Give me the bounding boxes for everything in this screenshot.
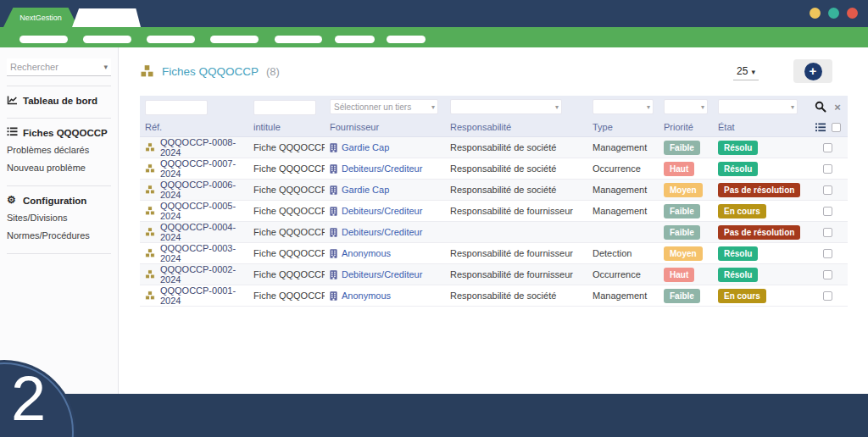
- page-size-select[interactable]: 25▾: [733, 64, 759, 80]
- table-row[interactable]: QQQOCCP-0004-2024 Fiche QQQOCCP Debiteur…: [140, 222, 848, 243]
- sidebar-item-sites-divisions[interactable]: Sites/Divisions: [0, 208, 118, 226]
- row-checkbox[interactable]: [823, 143, 832, 152]
- search-icon[interactable]: [815, 101, 826, 113]
- nav-pill[interactable]: [210, 36, 259, 43]
- nav-pill[interactable]: [19, 36, 68, 43]
- ref-link[interactable]: QQQOCCP-0008-2024: [160, 137, 248, 158]
- nav-pill[interactable]: [275, 36, 322, 43]
- sidebar-section-tableau-de-bord[interactable]: Tableau de bord: [0, 86, 118, 108]
- row-checkbox[interactable]: [823, 228, 832, 237]
- priorite-filter-select[interactable]: ▾: [664, 99, 708, 114]
- fournisseur-link[interactable]: Debiteurs/Crediteur: [342, 163, 422, 174]
- dot-red[interactable]: [847, 8, 858, 19]
- sidebar-item-probl-mes-d-clar-s[interactable]: Problèmes déclarés: [0, 141, 118, 158]
- nav-pill[interactable]: [147, 36, 195, 43]
- sidebar-section-fiches-qqqoccp[interactable]: Fiches QQQOCCP: [0, 119, 118, 141]
- sidebar-item-nouveau-probl-me[interactable]: Nouveau problème: [0, 158, 118, 176]
- dot-teal[interactable]: [828, 8, 839, 19]
- column-header[interactable]: Responsabilité: [445, 122, 587, 132]
- ref-link[interactable]: QQQOCCP-0003-2024: [160, 243, 248, 263]
- row-checkbox[interactable]: [823, 164, 832, 174]
- secondary-tab[interactable]: [72, 8, 141, 27]
- row-checkbox[interactable]: [823, 207, 832, 216]
- table-row[interactable]: QQQOCCP-0008-2024 Fiche QQQOCCP Gardie C…: [140, 137, 848, 158]
- ref-link[interactable]: QQQOCCP-0002-2024: [160, 264, 248, 285]
- fournisseur-link[interactable]: Debiteurs/Crediteur: [342, 227, 422, 237]
- intitule-cell: Fiche QQQOCCP: [248, 206, 325, 216]
- search-select[interactable]: Rechercher ▾: [7, 58, 111, 76]
- chevron-down-icon: ▾: [555, 103, 559, 111]
- fournisseur-link[interactable]: Gardie Cap: [342, 185, 389, 195]
- ref-link[interactable]: QQQOCCP-0005-2024: [160, 201, 248, 221]
- select-all-checkbox[interactable]: [832, 123, 841, 132]
- row-checkbox[interactable]: [823, 291, 832, 301]
- table-row[interactable]: QQQOCCP-0006-2024 Fiche QQQOCCP Gardie C…: [140, 180, 848, 201]
- ref-link[interactable]: QQQOCCP-0007-2024: [160, 158, 248, 179]
- table-row[interactable]: QQQOCCP-0005-2024 Fiche QQQOCCP Debiteur…: [140, 201, 848, 222]
- row-checkbox[interactable]: [823, 249, 832, 258]
- row-select-cell: [808, 270, 848, 279]
- sidebar-section-label: Fiches QQQOCCP: [23, 128, 108, 138]
- responsabilite-cell: Responsabilité de société: [445, 163, 587, 174]
- nav-pill[interactable]: [387, 36, 426, 43]
- type-filter-select[interactable]: ▾: [593, 99, 654, 114]
- ref-cell: QQQOCCP-0002-2024: [140, 264, 248, 285]
- etat-cell: Résolu: [713, 246, 808, 261]
- list-columns-icon[interactable]: [815, 123, 826, 132]
- nav-pill[interactable]: [335, 36, 375, 43]
- filter-actions: ×: [808, 101, 848, 113]
- nav-pill[interactable]: [83, 36, 131, 43]
- table-row[interactable]: QQQOCCP-0002-2024 Fiche QQQOCCP Debiteur…: [140, 264, 848, 285]
- building-icon: [330, 207, 337, 216]
- ref-link[interactable]: QQQOCCP-0004-2024: [160, 222, 248, 242]
- add-record-button[interactable]: +: [793, 59, 832, 83]
- sidebar-section-configuration[interactable]: ⚙Configuration: [0, 186, 118, 208]
- main-navbar: [0, 27, 868, 47]
- column-header[interactable]: Réf.: [140, 122, 248, 132]
- filter-cell-intitule: [248, 98, 325, 115]
- fournisseur-link[interactable]: Gardie Cap: [342, 142, 389, 152]
- table-row[interactable]: QQQOCCP-0001-2024 Fiche QQQOCCP Anonymou…: [140, 285, 848, 307]
- ref-link[interactable]: QQQOCCP-0006-2024: [160, 180, 248, 200]
- building-icon: [330, 143, 337, 152]
- ref-link[interactable]: QQQOCCP-0001-2024: [160, 285, 248, 306]
- column-header[interactable]: Priorité: [659, 122, 713, 132]
- column-header[interactable]: Type: [587, 122, 659, 132]
- priorite-cell: Moyen: [659, 183, 713, 197]
- fournisseur-link[interactable]: Anonymous: [342, 290, 391, 301]
- row-select-cell: [808, 249, 848, 258]
- fournisseur-link[interactable]: Anonymous: [342, 248, 391, 258]
- building-icon: [330, 249, 337, 258]
- row-checkbox[interactable]: [823, 270, 832, 279]
- sidebar-item-normes-proc-dures[interactable]: Normes/Procédures: [0, 226, 118, 244]
- etat-filter-select[interactable]: ▾: [718, 99, 798, 114]
- intitule-filter-input[interactable]: [253, 100, 316, 115]
- intitule-cell: Fiche QQQOCCP: [248, 248, 325, 258]
- responsabilite-filter-select[interactable]: ▾: [450, 99, 562, 114]
- column-header[interactable]: État: [713, 122, 808, 132]
- row-checkbox[interactable]: [823, 185, 832, 195]
- table-row[interactable]: QQQOCCP-0007-2024 Fiche QQQOCCP Debiteur…: [140, 158, 848, 180]
- cubes-icon: [145, 227, 155, 237]
- tiers-filter-select[interactable]: Sélectionner un tiers ▾: [330, 99, 438, 114]
- fournisseur-link[interactable]: Debiteurs/Crediteur: [342, 269, 422, 279]
- status-badge: Pas de résolution: [718, 183, 800, 197]
- priority-badge: Faible: [664, 289, 700, 303]
- chevron-down-icon: ▾: [431, 103, 435, 111]
- column-header[interactable]: Fournisseur: [325, 122, 445, 132]
- ref-cell: QQQOCCP-0003-2024: [140, 243, 248, 263]
- main-content: Fiches QQQOCCP (8) 25▾ + Sélectionner un…: [120, 47, 868, 394]
- ref-filter-input[interactable]: [145, 100, 208, 115]
- fournisseur-link[interactable]: Debiteurs/Crediteur: [342, 206, 422, 216]
- etat-cell: Résolu: [713, 141, 808, 155]
- dot-yellow[interactable]: [810, 8, 821, 19]
- clear-filters-icon[interactable]: ×: [834, 102, 841, 113]
- table-row[interactable]: QQQOCCP-0003-2024 Fiche QQQOCCP Anonymou…: [140, 243, 848, 264]
- chevron-down-icon: ▾: [701, 103, 704, 111]
- priority-badge: Faible: [664, 225, 700, 240]
- brand-tab[interactable]: NextGestion: [3, 8, 78, 27]
- column-header[interactable]: intitule: [248, 122, 325, 132]
- building-icon: [330, 270, 337, 279]
- priority-badge: Moyen: [664, 183, 703, 197]
- slide-number: 2: [11, 368, 46, 430]
